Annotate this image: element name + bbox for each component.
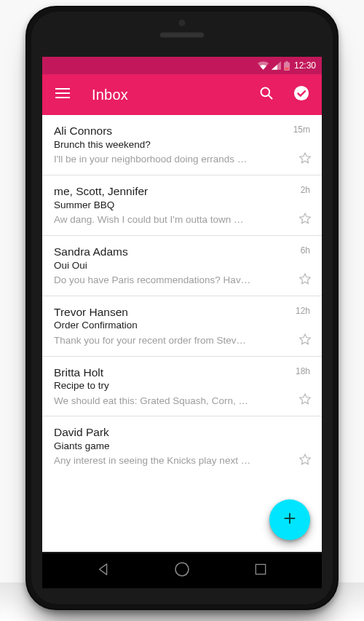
- star-outline-icon: [298, 272, 312, 289]
- email-row[interactable]: Britta HoltRecipe to tryWe should eat th…: [42, 357, 322, 417]
- email-time: 18h: [296, 366, 310, 376]
- cell-signal-icon: [272, 61, 281, 70]
- email-preview: Thank you for your recent order from Ste…: [54, 335, 310, 347]
- phone-bezel: 12:30 Inbox: [31, 12, 333, 604]
- home-circle-icon: [173, 561, 191, 581]
- email-sender: David Park: [54, 426, 310, 439]
- status-bar: 12:30: [42, 57, 322, 74]
- email-preview: I'll be in your neighborhood doing erran…: [54, 154, 310, 166]
- email-sender: Britta Holt: [54, 366, 310, 379]
- svg-point-6: [294, 86, 309, 100]
- proximity-sensor: [179, 20, 186, 26]
- svg-rect-3: [55, 97, 70, 98]
- battery-icon: [284, 61, 290, 71]
- email-list: Ali ConnorsBrunch this weekend?I'll be i…: [42, 115, 322, 476]
- email-time: 6h: [301, 245, 310, 256]
- svg-point-9: [175, 563, 189, 576]
- menu-button[interactable]: [54, 86, 71, 103]
- svg-rect-2: [55, 92, 70, 94]
- search-button[interactable]: [258, 86, 275, 103]
- select-all-button[interactable]: [293, 86, 310, 103]
- star-outline-icon: [298, 452, 312, 470]
- email-preview: Aw dang. Wish I could but I'm outta town…: [54, 214, 310, 226]
- nav-home-button[interactable]: [172, 561, 192, 581]
- email-subject: Oui Oui: [54, 260, 310, 272]
- search-icon: [259, 86, 274, 103]
- star-outline-icon: [298, 211, 312, 229]
- email-row[interactable]: Trevor HansenOrder ConfirmationThank you…: [42, 296, 322, 357]
- page-title: Inbox: [92, 87, 237, 103]
- email-row[interactable]: Sandra AdamsOui OuiDo you have Paris rec…: [42, 236, 322, 296]
- app-bar: Inbox: [42, 74, 322, 115]
- email-row[interactable]: Ali ConnorsBrunch this weekend?I'll be i…: [42, 115, 322, 175]
- email-sender: me, Scott, Jennifer: [54, 185, 310, 198]
- email-subject: Recipe to try: [54, 380, 310, 392]
- compose-fab[interactable]: [269, 499, 310, 540]
- star-button[interactable]: [297, 453, 313, 469]
- email-row[interactable]: me, Scott, JenniferSummer BBQAw dang. Wi…: [42, 175, 322, 236]
- email-row[interactable]: David ParkGiants gameAny interest in see…: [42, 416, 322, 476]
- star-outline-icon: [298, 151, 312, 168]
- email-time: 15m: [293, 124, 310, 135]
- email-sender: Ali Connors: [54, 124, 310, 138]
- star-button[interactable]: [297, 212, 313, 228]
- nav-recent-button[interactable]: [250, 561, 271, 581]
- email-subject: Order Confirmation: [54, 320, 310, 331]
- plus-icon: [282, 510, 298, 529]
- svg-rect-1: [55, 88, 70, 90]
- star-button[interactable]: [297, 272, 313, 288]
- star-button[interactable]: [297, 333, 313, 349]
- email-sender: Trevor Hansen: [54, 306, 310, 319]
- star-button[interactable]: [297, 151, 313, 167]
- email-preview: Any interest in seeing the Knicks play n…: [54, 455, 310, 467]
- nav-back-button[interactable]: [93, 561, 114, 581]
- system-nav-bar: [42, 553, 322, 588]
- email-preview: Do you have Paris recommendations? Hav…: [54, 274, 310, 287]
- phone-speaker: [159, 32, 205, 38]
- star-outline-icon: [298, 392, 312, 409]
- wifi-icon: [258, 61, 269, 70]
- phone-frame: 12:30 Inbox: [25, 6, 339, 610]
- back-triangle-icon: [95, 561, 111, 580]
- check-circle-icon: [293, 85, 309, 104]
- recent-square-icon: [253, 562, 268, 580]
- email-sender: Sandra Adams: [54, 245, 310, 258]
- email-subject: Giants game: [54, 440, 310, 452]
- email-time: 2h: [301, 185, 310, 195]
- status-clock: 12:30: [294, 60, 316, 71]
- screen: 12:30 Inbox: [42, 57, 322, 552]
- email-subject: Summer BBQ: [54, 199, 310, 211]
- svg-rect-0: [285, 67, 289, 69]
- email-subject: Brunch this weekend?: [54, 139, 310, 151]
- star-button[interactable]: [297, 392, 313, 408]
- svg-line-5: [269, 95, 272, 99]
- hamburger-icon: [55, 88, 70, 101]
- svg-rect-10: [256, 564, 265, 574]
- email-preview: We should eat this: Grated Squash, Corn,…: [54, 395, 310, 408]
- email-time: 12h: [296, 306, 310, 316]
- star-outline-icon: [298, 332, 312, 349]
